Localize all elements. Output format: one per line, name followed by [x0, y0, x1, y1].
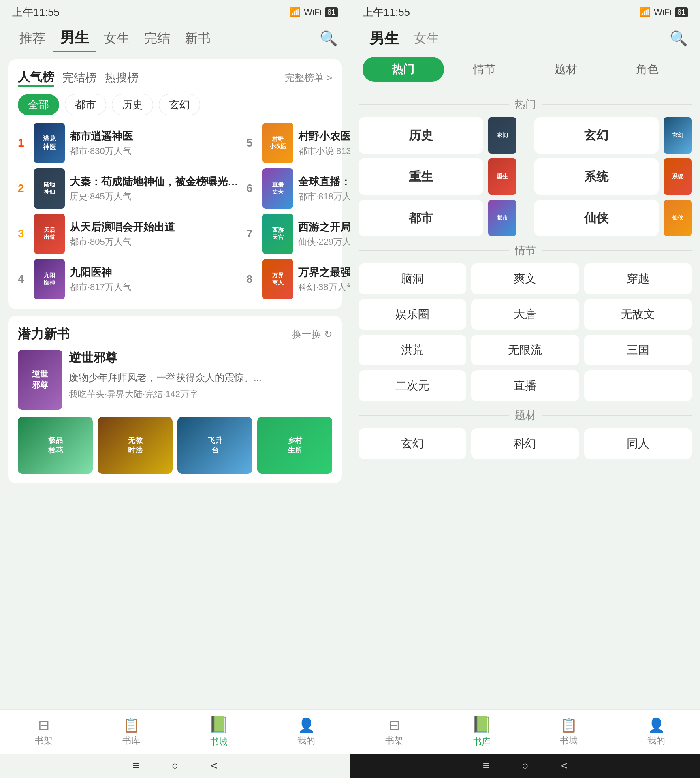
rank-item-2[interactable]: 2 陆地神仙 大秦：苟成陆地神仙，被金榜曝光… 历史·845万人气: [18, 168, 238, 209]
rank-cover-6: 直播丈夫: [262, 168, 293, 209]
right-search-icon[interactable]: 🔍: [670, 30, 688, 47]
tag-yulequan[interactable]: 娱乐圈: [359, 299, 466, 330]
rank-tab-completed[interactable]: 完结榜: [62, 70, 96, 85]
cat-tab-genre[interactable]: 题材: [525, 57, 607, 82]
rank-cover-img-8: 万界商人: [262, 259, 293, 299]
cat-tab-plot[interactable]: 情节: [444, 57, 525, 82]
left-content-area: 人气榜 完结榜 热搜榜 完整榜单 > 全部 都市 历史 玄幻 1 潜龙 神医: [0, 53, 350, 709]
tag-xuanhuan[interactable]: 玄幻: [359, 428, 466, 459]
rank-item-6[interactable]: 6 直播丈夫 全球直播：竟光了我丈夫的… 都市·818万人气: [246, 168, 350, 209]
filter-history[interactable]: 历史: [112, 94, 153, 115]
right-sys-back-icon[interactable]: <: [561, 759, 568, 772]
nav-item-female[interactable]: 女生: [96, 26, 137, 51]
tag-shuangwen[interactable]: 爽文: [471, 263, 579, 294]
cat-tab-hot[interactable]: 热门: [363, 57, 444, 82]
small-book-4[interactable]: 乡村生所: [257, 417, 332, 474]
potential-books-card: 潜力新书 换一换 ↻ 逆世邪尊 逆世邪尊 废物少年拜师风老，一举获得众人的震惊。…: [8, 316, 342, 483]
genre-cell-history[interactable]: 历史: [359, 117, 483, 154]
rank-full-list-link[interactable]: 完整榜单 >: [285, 71, 332, 84]
battery-badge: 81: [325, 7, 338, 17]
right-sys-menu-icon[interactable]: ≡: [483, 759, 489, 772]
small-book-3[interactable]: 飞升台: [177, 417, 252, 474]
featured-info: 逆世邪尊 废物少年拜师风老，一举获得众人的震惊。... 我吃芋头·异界大陆·完结…: [69, 350, 332, 410]
right-nav-male[interactable]: 男生: [363, 26, 406, 52]
rank-info-1: 都市逍遥神医 都市·830万人气: [70, 129, 238, 157]
rank-number-7: 7: [246, 227, 258, 240]
tag-zhibo[interactable]: 直播: [471, 370, 579, 401]
genre-cell-urban[interactable]: 都市: [359, 200, 483, 236]
right-sys-home-icon[interactable]: ○: [522, 759, 529, 772]
tag-wudiwen[interactable]: 无敌文: [584, 299, 692, 330]
right-bookshelf-label: 书架: [385, 735, 403, 747]
tag-wuxianliu[interactable]: 无限流: [471, 335, 579, 365]
rank-info-4: 九阳医神 都市·817万人气: [70, 265, 238, 293]
tag-sanguo[interactable]: 三国: [584, 335, 692, 365]
rank-cover-img-2: 陆地神仙: [34, 168, 65, 209]
right-store-label: 书城: [560, 735, 578, 747]
rank-cover-img-4: 九阳医神: [34, 259, 65, 299]
tag-naodong[interactable]: 脑洞: [359, 263, 466, 294]
filter-fantasy[interactable]: 玄幻: [159, 94, 200, 115]
featured-book[interactable]: 逆世邪尊 逆世邪尊 废物少年拜师风老，一举获得众人的震惊。... 我吃芋头·异界…: [18, 350, 332, 410]
rank-item-8[interactable]: 8 万界商人 万界之最强商… 科幻·38万人气: [246, 259, 350, 299]
rank-item-1[interactable]: 1 潜龙 神医 都市逍遥神医 都市·830万人气: [18, 123, 238, 163]
rank-item-4[interactable]: 4 九阳医神 九阳医神 都市·817万人气: [18, 259, 238, 299]
filter-all[interactable]: 全部: [18, 94, 59, 115]
small-book-1[interactable]: 极品校花: [18, 417, 93, 474]
left-tab-bookshelf[interactable]: ⊟ 书架: [0, 717, 88, 747]
tag-chuanyue[interactable]: 穿越: [584, 263, 692, 294]
right-bookshelf-icon: ⊟: [388, 717, 400, 733]
rank-list: 1 潜龙 神医 都市逍遥神医 都市·830万人气 5 村野小农医 村野: [18, 123, 332, 299]
right-tab-mine[interactable]: 👤 我的: [612, 717, 700, 747]
small-book-2[interactable]: 无教时法: [98, 417, 173, 474]
plot-tags: 脑洞 爽文 穿越 娱乐圈 大唐 无敌文 洪荒 无限流 三国 二次元 直播: [359, 263, 692, 401]
rank-item-7[interactable]: 7 西游天宫 西游之开局拒绝闹天宫 仙侠·229万人气: [246, 214, 350, 254]
rank-item-5[interactable]: 5 村野小农医 村野小农医 都市小说·813万: [246, 123, 350, 163]
right-tab-bar: ⊟ 书架 📗 书库 📋 书城 👤 我的: [350, 709, 700, 754]
right-tab-bookshelf[interactable]: ⊟ 书架: [350, 717, 438, 747]
right-tab-library[interactable]: 📗 书库: [438, 715, 525, 748]
filter-urban[interactable]: 都市: [65, 94, 106, 115]
nav-item-male[interactable]: 男生: [53, 25, 96, 52]
tag-erciyuan[interactable]: 二次元: [359, 370, 466, 401]
left-tab-library[interactable]: 📋 书库: [88, 717, 175, 747]
nav-item-completed[interactable]: 完结: [137, 26, 177, 51]
tag-tongren[interactable]: 同人: [584, 428, 692, 459]
rank-info-3: 从天后演唱会开始出道 都市·805万人气: [70, 220, 238, 248]
rank-title-5: 村野小农医: [298, 129, 350, 143]
genre-cell-rebirth[interactable]: 重生: [359, 158, 483, 195]
featured-desc: 废物少年拜师风老，一举获得众人的震惊。...: [69, 370, 332, 385]
sys-home-icon[interactable]: ○: [172, 759, 179, 772]
potential-section-header: 潜力新书 换一换 ↻: [18, 325, 332, 343]
left-search-icon[interactable]: 🔍: [320, 30, 338, 47]
left-tab-store[interactable]: 📗 书城: [175, 715, 262, 748]
rank-info-7: 西游之开局拒绝闹天宫 仙侠·229万人气: [298, 220, 350, 248]
genre-cell-fantasy[interactable]: 玄幻: [534, 117, 659, 154]
sys-menu-icon[interactable]: ≡: [132, 759, 139, 772]
genre-cell-system[interactable]: 系统: [534, 158, 659, 195]
tag-kehuan[interactable]: 科幻: [471, 428, 579, 459]
left-tab-mine[interactable]: 👤 我的: [262, 717, 350, 747]
right-tab-store[interactable]: 📋 书城: [525, 717, 613, 747]
right-nav-bar: 男生 女生 🔍: [350, 24, 700, 53]
rank-number-4: 4: [18, 273, 29, 286]
tag-honghuang[interactable]: 洪荒: [359, 335, 466, 365]
potential-refresh-action[interactable]: 换一换 ↻: [292, 328, 332, 341]
tag-datang[interactable]: 大唐: [471, 299, 579, 330]
cat-tab-character[interactable]: 角色: [606, 57, 688, 82]
sys-back-icon[interactable]: <: [211, 759, 217, 772]
right-status-time: 上午11:55: [363, 5, 410, 19]
rank-item-3[interactable]: 3 天后出道 从天后演唱会开始出道 都市·805万人气: [18, 214, 238, 254]
rank-tab-hot-search[interactable]: 热搜榜: [105, 70, 139, 85]
genre-cell-xianxia[interactable]: 仙侠: [534, 200, 659, 236]
right-nav-female[interactable]: 女生: [406, 26, 447, 51]
rank-tab-popular[interactable]: 人气榜: [18, 69, 54, 87]
nav-item-recommend[interactable]: 推荐: [12, 26, 53, 51]
right-store-icon: 📋: [560, 717, 577, 733]
plot-divider-line-right: [542, 250, 692, 251]
genre-thumb-history: 家间: [488, 117, 516, 154]
right-signal-icon: 📶: [640, 7, 651, 17]
rank-info-6: 全球直播：竟光了我丈夫的… 都市·818万人气: [298, 175, 350, 203]
rank-sub-7: 仙侠·229万人气: [298, 236, 350, 248]
nav-item-new[interactable]: 新书: [177, 26, 218, 51]
